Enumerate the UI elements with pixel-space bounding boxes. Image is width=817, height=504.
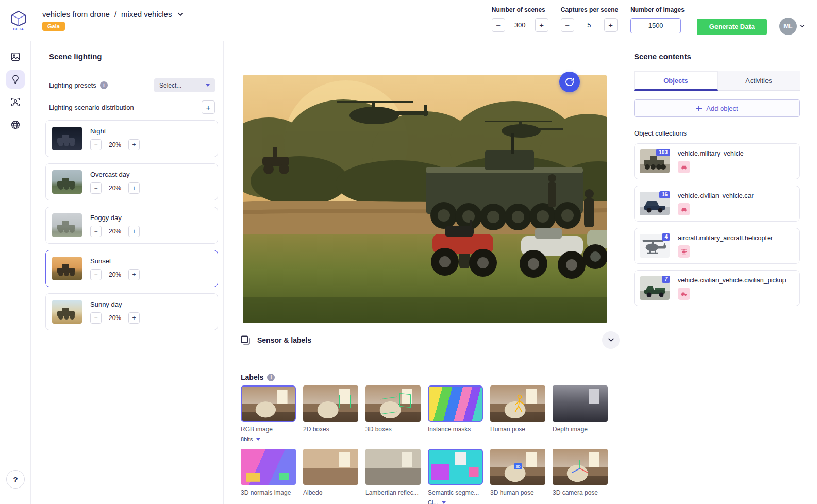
label-thumbnail-2d-boxes[interactable] (303, 385, 358, 422)
label-thumbnail-3d-boxes[interactable] (365, 385, 421, 422)
breadcrumb[interactable]: vehicles from drone / mixed vehicles (42, 10, 184, 19)
vehicle-silhouette (52, 170, 82, 194)
collection-card-helicopter[interactable]: 4 aircraft.military_aircraft.helicopter (634, 228, 800, 264)
skeleton-overlay (490, 385, 545, 422)
label-thumbnail-rgb[interactable] (241, 385, 296, 422)
label-thumbnail-instance-masks[interactable] (428, 385, 483, 422)
label-thumbnail-lambertian[interactable] (365, 449, 421, 485)
info-icon[interactable] (267, 374, 275, 381)
sensor-layers-icon (240, 334, 251, 346)
scenario-card-sunny[interactable]: Sunny day − 20% + (45, 293, 218, 330)
avatar[interactable]: ML (779, 18, 797, 35)
scenario-card-overcast[interactable]: Overcast day − 20% + (45, 163, 218, 200)
label-thumbnail-3d-normals[interactable] (241, 449, 296, 485)
scenario-thumbnail (52, 213, 82, 237)
sidebar-item-lighting[interactable] (6, 70, 25, 89)
label-card-3d-boxes: 3D boxes (365, 385, 421, 442)
label-caption: 3D camera pose (553, 489, 608, 496)
label-thumbnail-human-pose[interactable] (490, 385, 545, 422)
label-caption: 3D boxes (365, 426, 421, 433)
collection-card-civilian-pickup[interactable]: 7 vehicle.civilian_vehicle.civilian_pick… (634, 270, 800, 306)
label-card-albedo: Albedo (303, 449, 358, 504)
label-thumbnail-albedo[interactable] (303, 449, 358, 485)
sidebar-item-materials[interactable] (6, 115, 25, 134)
label-caption: Human pose (490, 426, 545, 433)
app-logo[interactable]: BETA (7, 10, 30, 31)
label-card-rgb: RGB image 8bits (241, 385, 296, 442)
scenario-percent: 20% (106, 141, 124, 148)
collapse-section-button[interactable] (602, 331, 620, 349)
decrease-percent-button[interactable]: − (90, 182, 102, 194)
scenario-name: Sunset (90, 257, 140, 265)
vehicle-silhouette (52, 213, 82, 237)
label-card-3d-human-pose: 3D 3D human pose (490, 449, 545, 504)
tab-activities[interactable]: Activities (718, 71, 800, 91)
scenario-card-sunset[interactable]: Sunset − 20% + (45, 250, 218, 287)
decrease-percent-button[interactable]: − (90, 226, 102, 237)
bounding-box-3d-overlay (399, 393, 411, 408)
scenario-thumbnail (52, 257, 82, 280)
classes-select[interactable]: Cl... (428, 499, 483, 504)
increase-percent-button[interactable]: + (128, 312, 140, 324)
scenes-decrement-button[interactable]: − (492, 18, 505, 32)
increase-percent-button[interactable]: + (128, 269, 140, 280)
sidebar-item-camera[interactable] (6, 93, 25, 111)
generate-data-button[interactable]: Generate Data (697, 19, 767, 35)
label-card-human-pose: Human pose (490, 385, 545, 442)
scenes-increment-button[interactable]: + (535, 18, 548, 32)
scenes-value: 300 (505, 21, 535, 29)
add-scenario-button[interactable]: + (202, 100, 215, 114)
increase-percent-button[interactable]: + (128, 182, 140, 194)
scenario-name: Night (90, 127, 140, 135)
chevron-down-icon (608, 338, 614, 342)
label-thumbnail-3d-human-pose[interactable]: 3D (490, 449, 545, 485)
label-caption: Instance masks (428, 426, 483, 433)
sidebar-item-dataset[interactable] (6, 47, 25, 66)
increase-percent-button[interactable]: + (128, 226, 140, 237)
info-icon[interactable] (100, 81, 108, 89)
camera-axes-overlay (553, 449, 608, 485)
label-caption: 3D normals image (241, 489, 296, 496)
scenario-percent: 20% (106, 184, 124, 192)
bounding-box-overlay (339, 395, 351, 408)
refresh-preview-button[interactable] (559, 72, 580, 92)
decrease-percent-button[interactable]: − (90, 139, 102, 150)
count-badge: 4 (662, 233, 670, 241)
lighting-presets-row: Lighting presets Select... (49, 78, 215, 92)
labels-row-1: RGB image 8bits 2D boxes 3D boxes Instan… (241, 385, 608, 442)
collection-card-civilian-car[interactable]: 16 vehicle.civilian_vehicle.car (634, 186, 800, 222)
chevron-down-icon (799, 24, 805, 28)
captures-increment-button[interactable]: + (604, 18, 618, 32)
bit-depth-select[interactable]: 8bits (241, 436, 296, 442)
images-group: Number of images 1500 (630, 6, 685, 33)
decrease-percent-button[interactable]: − (90, 312, 102, 324)
sensor-labels-bar[interactable]: Sensor & labels (224, 325, 633, 355)
captures-decrement-button[interactable]: − (561, 18, 574, 32)
distribution-label: Lighting scenario distribution (49, 104, 134, 111)
scene-preview (243, 75, 607, 323)
tab-objects[interactable]: Objects (634, 71, 718, 91)
label-thumbnail-semantic-seg[interactable] (428, 449, 483, 485)
images-count-field[interactable]: 1500 (630, 18, 681, 33)
vehicle-silhouette (52, 300, 82, 324)
collection-card-military-vehicle[interactable]: 103 vehicle.military_vehicle (634, 143, 800, 179)
scenario-name: Sunny day (90, 300, 140, 308)
account-menu[interactable]: ML (779, 18, 805, 35)
collection-thumbnail: 103 (640, 149, 670, 173)
scenario-percent: 20% (106, 314, 124, 322)
add-object-button[interactable]: Add object (634, 99, 800, 117)
lighting-presets-select[interactable]: Select... (154, 78, 215, 92)
panel-title: Scene lighting (31, 41, 223, 70)
help-button[interactable] (6, 470, 25, 489)
increase-percent-button[interactable]: + (128, 139, 140, 150)
captures-value: 5 (574, 21, 604, 29)
label-card-2d-boxes: 2D boxes (303, 385, 358, 442)
scene-contents-tabs: Objects Activities (634, 71, 800, 91)
label-thumbnail-depth[interactable] (553, 385, 608, 422)
label-caption: RGB image (241, 426, 296, 433)
decrease-percent-button[interactable]: − (90, 269, 102, 280)
scenario-card-foggy[interactable]: Foggy day − 20% + (45, 207, 218, 244)
scenario-card-night[interactable]: Night − 20% + (45, 120, 218, 157)
label-thumbnail-3d-camera-pose[interactable] (553, 449, 608, 485)
collection-name: vehicle.civilian_vehicle.car (678, 192, 754, 199)
